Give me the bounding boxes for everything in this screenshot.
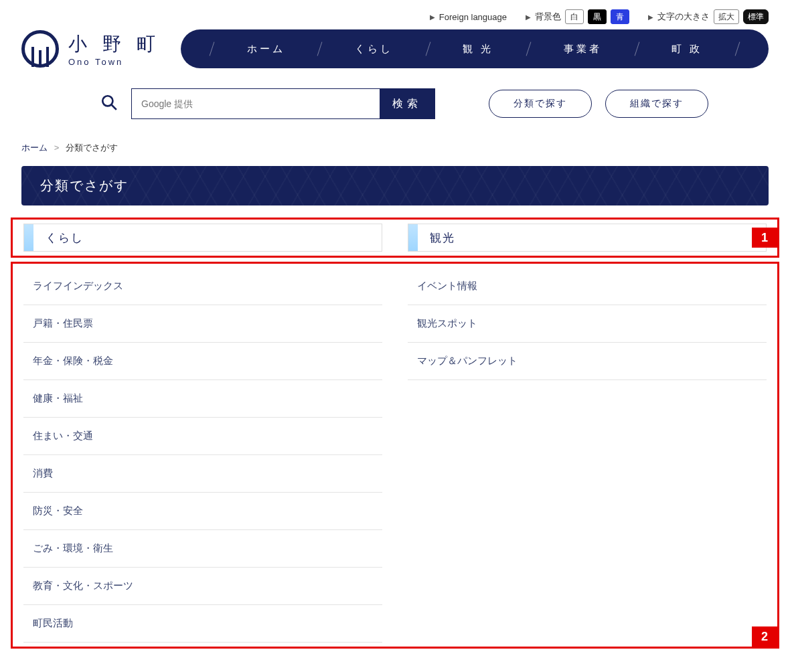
list-item[interactable]: 防災・安全 — [23, 493, 382, 530]
list-item[interactable]: ライフインデックス — [23, 268, 382, 305]
list-item[interactable]: 戸籍・住民票 — [23, 305, 382, 343]
category-accent — [408, 224, 418, 251]
svg-point-0 — [102, 96, 112, 106]
list-item[interactable]: イベント情報 — [408, 268, 767, 305]
page-title: 分類でさがす — [21, 166, 769, 205]
bgcolor-white-button[interactable]: 白 — [565, 9, 584, 24]
foreign-language-label: Foreign language — [439, 12, 507, 22]
nav-separator — [735, 41, 740, 56]
logo-icon — [21, 30, 59, 68]
nav-separator — [317, 41, 323, 56]
list-item[interactable]: ごみ・環境・衛生 — [23, 530, 382, 568]
annotation-box-2: 2 ライフインデックス 戸籍・住民票 年金・保険・税金 健康・福祉 住まい・交通… — [11, 262, 779, 649]
breadcrumb-current: 分類でさがす — [66, 143, 118, 153]
list-item[interactable]: マップ＆パンフレット — [408, 343, 767, 380]
sub-list-kanko: イベント情報 観光スポット マップ＆パンフレット — [408, 268, 767, 380]
utility-bar: ▶ Foreign language ▶ 背景色 白 黒 青 ▶ 文字の大きさ … — [0, 0, 790, 29]
search-by-category-button[interactable]: 分類で探す — [489, 90, 592, 118]
sub-list-kurashi: ライフインデックス 戸籍・住民票 年金・保険・税金 健康・福祉 住まい・交通 消… — [23, 268, 382, 643]
foreign-language-link[interactable]: ▶ Foreign language — [430, 12, 507, 22]
arrow-icon: ▶ — [648, 13, 653, 21]
category-accent — [24, 224, 33, 251]
list-item[interactable]: 住まい・交通 — [23, 418, 382, 455]
search-row: 検索 分類で探す 組織で探す — [0, 76, 790, 138]
fontsize-large-button[interactable]: 拡大 — [714, 9, 739, 24]
logo-en-text: Ono Town — [68, 57, 161, 67]
nav-kurashi[interactable]: くらし — [341, 43, 406, 56]
nav-jigyosha[interactable]: 事業者 — [550, 43, 615, 56]
fontsize-normal-button[interactable]: 標準 — [743, 9, 769, 24]
bgcolor-blue-button[interactable]: 青 — [611, 9, 629, 24]
header: 小 野 町 Ono Town ホーム くらし 観 光 事業者 町 政 — [0, 29, 790, 76]
search-box: 検索 — [131, 88, 435, 119]
logo-jp-text: 小 野 町 — [68, 31, 161, 57]
bgcolor-group: ▶ 背景色 白 黒 青 — [526, 9, 629, 24]
category-header-kanko[interactable]: 観光 — [408, 224, 767, 252]
fontsize-label: 文字の大きさ — [657, 11, 710, 23]
nav-chosei[interactable]: 町 政 — [658, 43, 716, 56]
nav-separator — [425, 41, 430, 56]
arrow-icon: ▶ — [430, 13, 435, 21]
nav-kanko[interactable]: 観 光 — [449, 43, 507, 56]
search-icon — [100, 94, 118, 114]
svg-line-1 — [111, 104, 116, 110]
annotation-tag-1: 1 — [752, 228, 777, 248]
list-item[interactable]: 教育・文化・スポーツ — [23, 568, 382, 605]
main-nav: ホーム くらし 観 光 事業者 町 政 — [181, 29, 769, 68]
nav-home[interactable]: ホーム — [234, 43, 299, 56]
nav-separator — [209, 41, 214, 56]
breadcrumb-home[interactable]: ホーム — [21, 143, 48, 153]
fontsize-group: ▶ 文字の大きさ 拡大 標準 — [648, 9, 769, 24]
category-header-kurashi[interactable]: くらし — [23, 224, 382, 252]
search-button[interactable]: 検索 — [380, 89, 434, 118]
category-title: 観光 — [427, 230, 455, 246]
nav-separator — [526, 41, 532, 56]
list-item[interactable]: 消費 — [23, 455, 382, 493]
nav-separator — [634, 41, 639, 56]
arrow-icon: ▶ — [526, 13, 531, 21]
breadcrumb-separator: > — [54, 143, 60, 153]
annotation-tag-2: 2 — [752, 626, 777, 647]
bgcolor-label: 背景色 — [535, 11, 561, 23]
breadcrumb: ホーム > 分類でさがす — [0, 138, 790, 166]
category-title: くらし — [43, 230, 84, 246]
search-input[interactable] — [132, 89, 380, 118]
annotation-box-1: 1 くらし 観光 — [11, 218, 779, 258]
list-item[interactable]: 観光スポット — [408, 305, 767, 343]
list-item[interactable]: 町民活動 — [23, 605, 382, 643]
list-item[interactable]: 健康・福祉 — [23, 380, 382, 418]
site-logo[interactable]: 小 野 町 Ono Town — [21, 30, 161, 68]
list-item[interactable]: 年金・保険・税金 — [23, 343, 382, 380]
search-by-org-button[interactable]: 組織で探す — [605, 90, 708, 118]
bgcolor-black-button[interactable]: 黒 — [588, 9, 607, 24]
